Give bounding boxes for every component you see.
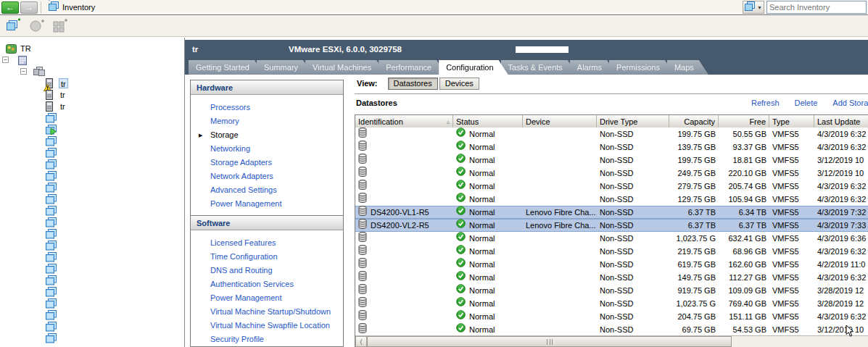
tree-node-cluster[interactable]: − — [0, 66, 184, 78]
table-row[interactable]: NormalNon-SSD69.75 GB54.53 GBVMFS53/12/2… — [355, 323, 868, 336]
tree-expander-icon[interactable]: − — [20, 68, 27, 75]
back-arrow-button[interactable]: ← — [1, 1, 19, 14]
tab-configuration[interactable]: Configuration — [439, 60, 508, 75]
tree-node-vm[interactable] — [0, 135, 184, 147]
panel-item-advanced-settings[interactable]: Advanced Settings — [191, 183, 343, 197]
tree-node-vm[interactable] — [0, 112, 184, 124]
table-row[interactable]: NormalNon-SSD919.75 GB109.09 GBVMFS53/28… — [355, 284, 868, 297]
panel-item-processors[interactable]: Processors — [191, 101, 343, 114]
horizontal-scrollbar[interactable]: 〈 — [355, 335, 868, 347]
tree-node-vm[interactable] — [0, 193, 184, 205]
panel-item-storage-adapters[interactable]: Storage Adapters — [191, 156, 343, 170]
tree-node-datacenter[interactable]: − — [0, 54, 184, 66]
tab-getting-started[interactable]: Getting Started — [189, 60, 264, 75]
panel-item-dns-and-routing[interactable]: DNS and Routing — [191, 264, 343, 277]
status-ok-icon — [456, 141, 466, 154]
table-row[interactable]: NormalNon-SSD279.75 GB205.74 GBVMFS54/3/… — [355, 180, 868, 193]
panel-item-network-adapters[interactable]: Network Adapters — [191, 170, 343, 183]
panel-item-authentication-services[interactable]: Authentication Services — [191, 277, 343, 291]
tree-node-vm[interactable] — [0, 217, 184, 228]
vm-icon — [46, 333, 57, 346]
panel-item-storage[interactable]: Storage▶ — [191, 128, 343, 142]
tree-node-vm[interactable] — [0, 170, 184, 182]
new-virtual-machine-button[interactable] — [4, 17, 23, 35]
tab-virtual-machines[interactable]: Virtual Machines — [305, 60, 386, 75]
tree-node-vm[interactable] — [0, 205, 184, 217]
search-scope-button[interactable]: ▼ — [743, 1, 764, 14]
tree-node-vm[interactable] — [0, 321, 184, 333]
tab-tasks-events[interactable]: Tasks & Events — [501, 60, 577, 75]
panel-item-security-profile[interactable]: Security Profile — [191, 333, 343, 346]
column-header-last-update[interactable]: Last Update — [814, 115, 868, 127]
table-row[interactable]: NormalNon-SSD129.75 GB105.94 GBVMFS54/3/… — [355, 193, 868, 206]
table-row[interactable]: NormalNon-SSD249.75 GB220.10 GBVMFS53/12… — [355, 167, 868, 180]
tree-node-vm[interactable] — [0, 228, 184, 240]
scroll-left-button[interactable]: 〈 — [355, 336, 367, 347]
tree-node-vm[interactable] — [0, 159, 184, 170]
column-header-free[interactable]: Free — [719, 115, 769, 127]
tree-node-vm[interactable] — [0, 275, 184, 286]
breadcrumb-item-inventory[interactable]: Inventory — [49, 1, 128, 13]
cell-drive_type: Non-SSD — [597, 258, 669, 271]
panel-item-networking[interactable]: Networking — [191, 142, 343, 156]
view-button-datastores[interactable]: Datastores — [388, 78, 438, 90]
new-cluster-button[interactable] — [51, 17, 70, 35]
table-row[interactable]: DS4200-VL2-R5NormalLenovo Fibre Cha...No… — [355, 219, 868, 232]
table-row[interactable]: NormalNon-SSD204.75 GB151.11 GBVMFS54/3/… — [355, 310, 868, 323]
new-resource-pool-button[interactable] — [28, 17, 46, 35]
tree-node-vm[interactable] — [0, 309, 184, 321]
tree-node-vm[interactable] — [0, 240, 184, 251]
tree-node-vm[interactable] — [0, 124, 184, 135]
cell-last_update: 3/12/2019 10 — [814, 167, 868, 180]
tree-node-vcenter[interactable]: TR — [0, 43, 184, 54]
panel-item-virtual-machine-swapfile-location[interactable]: Virtual Machine Swapfile Location — [191, 319, 343, 333]
forward-arrow-button[interactable]: → — [20, 1, 38, 14]
scrollbar-thumb[interactable] — [367, 336, 732, 347]
tree-node-vm[interactable] — [0, 182, 184, 193]
table-row[interactable]: NormalNon-SSD199.75 GB50.55 GBVMFS54/3/2… — [355, 127, 868, 141]
tree-node-vm[interactable] — [0, 251, 184, 263]
table-row[interactable]: NormalNon-SSD619.75 GB162.60 GBVMFS54/2/… — [355, 258, 868, 271]
tree-node-vm[interactable] — [0, 263, 184, 275]
action-link-delete[interactable]: Delete — [795, 99, 818, 107]
tree-node-host[interactable]: tr — [0, 78, 184, 89]
tree-expander-icon[interactable]: − — [2, 57, 9, 63]
action-link-refresh[interactable]: Refresh — [751, 99, 780, 107]
view-button-devices[interactable]: Devices — [439, 78, 479, 90]
table-row[interactable]: NormalNon-SSD149.75 GB112.27 GBVMFS54/3/… — [355, 271, 868, 284]
panel-item-power-management[interactable]: Power Management — [191, 197, 343, 211]
panel-item-power-management[interactable]: Power Management — [191, 291, 343, 305]
panel-item-licensed-features[interactable]: Licensed Features — [191, 236, 343, 250]
cell-identification — [355, 245, 453, 258]
column-header-device[interactable]: Device — [523, 115, 597, 127]
tab-performance[interactable]: Performance — [379, 60, 446, 75]
cell-drive_type: Non-SSD — [597, 154, 669, 167]
tab-maps[interactable]: Maps — [667, 60, 708, 75]
table-row[interactable]: NormalNon-SSD1,023.75 G632.41 GBVMFS54/3… — [355, 232, 868, 245]
panel-item-time-configuration[interactable]: Time Configuration — [191, 250, 343, 264]
tree-node-host[interactable]: tr — [0, 89, 184, 101]
tree-node-vm[interactable] — [0, 286, 184, 298]
tree-node-vm[interactable] — [0, 298, 184, 309]
column-header-type[interactable]: Type — [769, 115, 814, 127]
search-inventory-input[interactable] — [766, 1, 867, 14]
panel-item-memory[interactable]: Memory — [191, 114, 343, 128]
tab-permissions[interactable]: Permissions — [609, 60, 674, 75]
tree-node-vm[interactable] — [0, 147, 184, 159]
table-row[interactable]: NormalNon-SSD219.75 GB68.96 GBVMFS54/3/2… — [355, 245, 868, 258]
tab-summary[interactable]: Summary — [257, 60, 313, 75]
tree-node-host[interactable]: tr — [0, 101, 184, 112]
action-link-add-storage[interactable]: Add Storage — [832, 99, 868, 107]
cell-drive_type: Non-SSD — [597, 193, 669, 206]
column-header-identification[interactable]: Identification▵ — [355, 115, 453, 127]
column-header-drive-type[interactable]: Drive Type — [597, 115, 669, 127]
table-row[interactable]: NormalNon-SSD1,023.75 G769.40 GBVMFS53/2… — [355, 297, 868, 310]
tree-node-vm[interactable] — [0, 333, 184, 344]
column-header-status[interactable]: Status — [453, 115, 523, 127]
panel-item-virtual-machine-startup-shutdown[interactable]: Virtual Machine Startup/Shutdown — [191, 305, 343, 319]
cell-text: 1,023.75 G — [677, 232, 716, 245]
table-row[interactable]: DS4200-VL1-R5NormalLenovo Fibre Cha...No… — [355, 206, 868, 219]
column-header-capacity[interactable]: Capacity — [669, 115, 719, 127]
table-row[interactable]: NormalNon-SSD199.75 GB18.81 GBVMFS53/12/… — [355, 154, 868, 167]
table-row[interactable]: NormalNon-SSD139.75 GB93.37 GBVMFS54/3/2… — [355, 141, 868, 154]
